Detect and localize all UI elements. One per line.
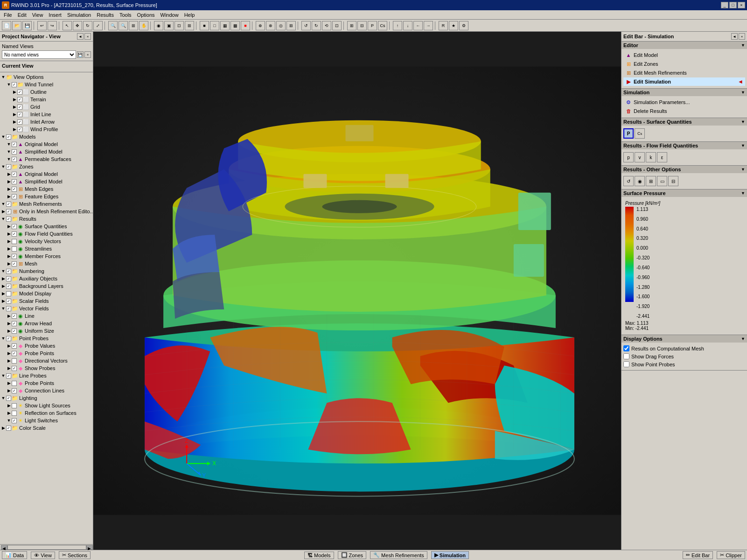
expand-line-probes[interactable]: ▼ — [1, 373, 6, 378]
simulation-tab[interactable]: ▶ Simulation — [431, 551, 469, 559]
tree-item-view-options[interactable]: ▼ 📁 View Options — [1, 73, 92, 81]
menu-options[interactable]: Options — [134, 11, 158, 19]
tb-extra1[interactable]: R — [439, 21, 448, 30]
tb-scale[interactable]: ⤢ — [93, 21, 103, 30]
cb-grid[interactable] — [17, 105, 22, 110]
tree-item-background-layers[interactable]: ▶ 📁 Background Layers — [1, 282, 92, 290]
tree-item-member-forces[interactable]: ▶ ◉ Member Forces — [1, 252, 92, 260]
tb-arrow2[interactable]: ↓ — [403, 21, 412, 30]
cb-scalar-fields[interactable] — [6, 299, 11, 304]
view-tab[interactable]: 👁 View — [31, 552, 55, 559]
menu-edit[interactable]: Edit — [15, 11, 29, 19]
expand-inlet-arrow[interactable]: ▶ — [12, 119, 17, 124]
cb-vector-fields[interactable] — [6, 306, 11, 311]
delete-results-button[interactable]: 🗑 Delete Results — [623, 107, 745, 115]
flow-epsilon-button[interactable]: ε — [657, 152, 667, 162]
tree-item-streamlines[interactable]: ▶ ◉ Streamlines — [1, 245, 92, 252]
expand-surface-quantities[interactable]: ▶ — [7, 224, 11, 229]
right-panel-pin[interactable]: ◄ — [731, 33, 738, 40]
tb-view2[interactable]: ▣ — [164, 21, 174, 30]
cb-point-probes[interactable] — [6, 336, 11, 341]
expand-flow-field-quantities[interactable]: ▶ — [7, 231, 11, 236]
expand-original-model1[interactable]: ▼ — [7, 142, 11, 147]
tree-item-numbering[interactable]: ▼ 📁 Numbering — [1, 267, 92, 275]
flow-p-button[interactable]: p — [623, 152, 634, 162]
cb-color-scale[interactable] — [6, 426, 11, 431]
cb-uniform-size[interactable] — [12, 329, 17, 334]
expand-wind-tunnel[interactable]: ▼ — [7, 82, 11, 87]
tree-item-arrow-head[interactable]: ▶ ◉ Arrow Head — [1, 320, 92, 327]
tb-render4[interactable]: ▩ — [230, 21, 240, 30]
tb-misc5[interactable]: ⊞ — [347, 21, 356, 30]
add-view-button[interactable]: + — [84, 51, 91, 58]
expand-color-scale[interactable]: ▶ — [1, 426, 6, 430]
expand-light-switches[interactable]: ▼ — [7, 418, 11, 423]
other-btn2[interactable]: ◉ — [635, 176, 645, 186]
cb-mesh-refinement-editor[interactable] — [6, 209, 11, 214]
tree-item-mesh[interactable]: ▶ ⊞ Mesh — [1, 260, 92, 267]
cb-lighting[interactable] — [6, 396, 11, 401]
results-on-computational-mesh-checkbox[interactable] — [623, 345, 629, 351]
tb-arrow4[interactable]: → — [424, 21, 433, 30]
zones-tab[interactable]: 🔲 Zones — [338, 551, 367, 559]
expand-reflection-on-surfaces[interactable]: ▶ — [7, 411, 11, 415]
tb-undo[interactable]: ↩ — [37, 21, 47, 30]
cb-line[interactable] — [12, 314, 17, 319]
cb-arrow-head[interactable] — [12, 321, 17, 326]
tb-render1[interactable]: ■ — [200, 21, 209, 30]
expand-permeable-surfaces[interactable]: ▼ — [7, 157, 11, 161]
close-button[interactable]: × — [738, 2, 745, 8]
tree-item-outline[interactable]: ▶ ⬜ Outline — [1, 88, 92, 96]
expand-view-options[interactable]: ▼ — [1, 75, 6, 79]
cb-flow-field-quantities[interactable] — [12, 231, 17, 237]
scroll-right[interactable]: ► — [86, 545, 93, 550]
tree-item-original-model2[interactable]: ▶ ▲ Original Model — [1, 170, 92, 178]
tree-item-reflection-on-surfaces[interactable]: ▶ ☀ Reflection on Surfaces — [1, 409, 92, 417]
menu-file[interactable]: File — [1, 11, 15, 19]
tree-item-wind-tunnel[interactable]: ▼ 📁 Wind Tunnel — [1, 81, 92, 88]
expand-streamlines[interactable]: ▶ — [7, 246, 11, 251]
tb-render5[interactable]: ■ — [241, 21, 250, 30]
left-panel-scrollbar[interactable]: ◄ ► — [0, 544, 93, 550]
menu-help[interactable]: Help — [182, 11, 198, 19]
expand-line[interactable]: ▶ — [7, 314, 11, 318]
tb-snap2[interactable]: ⊗ — [266, 21, 275, 30]
cb-wind-profile[interactable] — [17, 127, 22, 132]
cb-background-layers[interactable] — [6, 284, 11, 289]
expand-models[interactable]: ▼ — [1, 134, 6, 139]
tb-snap1[interactable]: ⊕ — [256, 21, 265, 30]
expand-show-probes[interactable]: ▶ — [7, 366, 11, 371]
expand-velocity-vectors[interactable]: ▶ — [7, 239, 11, 244]
tree-item-connection-lines[interactable]: ▶ ◆ Connection Lines — [1, 387, 92, 394]
cb-terrain[interactable] — [17, 97, 22, 102]
expand-show-light-sources[interactable]: ▶ — [7, 403, 11, 408]
tb-pan[interactable]: ✋ — [139, 21, 148, 30]
expand-directional-vectors[interactable]: ▶ — [7, 358, 11, 363]
tree-view[interactable]: ▼ 📁 View Options ▼ 📁 Wind Tunnel ▶ ⬜ Out… — [0, 72, 93, 544]
menu-tools[interactable]: Tools — [117, 11, 134, 19]
cb-results[interactable] — [6, 217, 11, 222]
title-bar-controls[interactable]: _ □ × — [721, 2, 745, 8]
tree-item-light-switches[interactable]: ▼ ☀ Light Switches — [1, 417, 92, 424]
other-btn1[interactable]: ↺ — [623, 176, 634, 186]
tb-extra2[interactable]: ★ — [449, 21, 458, 30]
clipper-tab[interactable]: ✂ Clipper — [717, 551, 745, 559]
tree-item-color-scale[interactable]: ▶ 📁 Color Scale — [1, 424, 92, 432]
save-view-button[interactable]: 💾 — [77, 51, 84, 58]
tb-misc8[interactable]: Cs — [378, 21, 387, 30]
expand-background-layers[interactable]: ▶ — [1, 284, 6, 288]
tree-item-probe-values[interactable]: ▶ ◆ Probe Values — [1, 342, 92, 350]
minimize-button[interactable]: _ — [721, 2, 728, 8]
named-views-select[interactable]: No named views — [2, 50, 76, 59]
left-panel-close[interactable]: × — [84, 33, 91, 40]
cb-probe-points2[interactable] — [12, 381, 17, 386]
sections-tab[interactable]: ✂ Sections — [59, 551, 91, 559]
cb-permeable-surfaces[interactable] — [12, 157, 17, 162]
cb-line-probes[interactable] — [6, 373, 11, 378]
edit-mesh-refinements-button[interactable]: ⊞ Edit Mesh Refinements — [623, 69, 745, 77]
scroll-left[interactable]: ◄ — [1, 545, 7, 550]
expand-inlet-line[interactable]: ▶ — [12, 112, 17, 117]
cb-show-light-sources[interactable] — [12, 403, 17, 408]
tree-item-show-probes[interactable]: ▶ ◆ Show Probes — [1, 364, 92, 372]
expand-connection-lines[interactable]: ▶ — [7, 388, 11, 393]
